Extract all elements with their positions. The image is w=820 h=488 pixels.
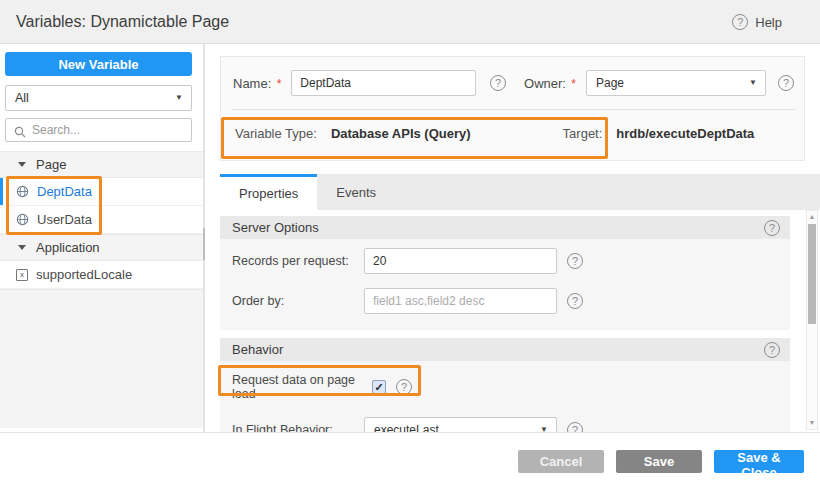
search-icon [14, 124, 26, 142]
globe-icon [16, 185, 29, 198]
dialog-header: Variables: Dynamictable Page Help [0, 0, 820, 44]
order-by-label: Order by: [232, 294, 364, 308]
owner-selected-value: Page [596, 76, 624, 90]
search-input[interactable] [32, 119, 187, 141]
collapse-triangle-icon [18, 245, 26, 250]
cancel-button[interactable]: Cancel [518, 450, 604, 473]
request-on-load-checkbox[interactable] [372, 380, 386, 394]
server-options-section: Server Options Records per request: Orde… [220, 216, 790, 330]
help-circle-icon [732, 14, 748, 30]
variable-type-value: Database APIs (Query) [331, 126, 471, 141]
server-options-body: Records per request: Order by: [220, 239, 790, 330]
name-label: Name: * [233, 76, 281, 91]
tab-bar: Properties Events [220, 174, 820, 210]
scroll-up-arrow-icon[interactable]: ▲ [807, 212, 817, 222]
locale-variable-icon [16, 269, 28, 281]
name-owner-row: Name: * Owner: * Page ▼ [233, 70, 794, 96]
target-group: Target: hrdb/executeDeptData [563, 126, 755, 141]
save-and-close-button[interactable]: Save & Close [714, 450, 804, 473]
search-box [5, 118, 192, 142]
section-help-icon[interactable] [764, 342, 780, 358]
variable-filter-select[interactable]: All ▼ [5, 85, 192, 111]
sidebar-scrollbar-thumb[interactable] [203, 228, 205, 260]
records-per-request-input[interactable] [364, 248, 557, 274]
new-variable-button[interactable]: New Variable [5, 52, 192, 76]
behavior-header: Behavior [220, 338, 790, 361]
owner-label: Owner: * [524, 76, 576, 91]
request-help-icon[interactable] [396, 379, 412, 395]
variable-detail-panel: Name: * Owner: * Page ▼ Variable Type: D… [207, 44, 820, 432]
tree-item-label: supportedLocale [36, 267, 132, 282]
tab-events[interactable]: Events [317, 174, 395, 210]
sidebar-empty-area [0, 289, 203, 428]
behavior-body: Request data on page load In Flight Beha… [220, 361, 790, 432]
name-help-icon[interactable] [490, 75, 506, 91]
chevron-down-icon: ▼ [175, 86, 183, 110]
owner-select[interactable]: Page ▼ [586, 70, 766, 96]
orderby-help-icon[interactable] [567, 293, 583, 309]
records-help-icon[interactable] [567, 253, 583, 269]
variable-summary-card: Name: * Owner: * Page ▼ Variable Type: D… [220, 56, 805, 161]
required-asterisk: * [273, 77, 281, 91]
dialog-footer: Cancel Save Save & Close [0, 432, 820, 488]
order-by-input[interactable] [364, 288, 557, 314]
tree-group-application[interactable]: Application [0, 234, 203, 261]
properties-scrollbar[interactable]: ▲ ▼ [806, 210, 818, 430]
tree-item-userdata[interactable]: UserData [0, 206, 203, 234]
tree-item-supportedlocale[interactable]: supportedLocale [0, 261, 203, 289]
records-per-request-label: Records per request: [232, 254, 364, 268]
tree-group-page[interactable]: Page [0, 151, 203, 178]
server-options-header: Server Options [220, 216, 790, 239]
globe-icon [16, 213, 29, 226]
variable-type-label: Variable Type: [235, 126, 317, 141]
section-help-icon[interactable] [764, 220, 780, 236]
scroll-down-arrow-icon[interactable]: ▼ [807, 418, 817, 428]
footer-buttons: Cancel Save Save & Close [518, 450, 804, 473]
scrollbar-thumb[interactable] [808, 224, 816, 324]
help-label: Help [755, 15, 782, 30]
dialog-body: New Variable All ▼ Page [0, 44, 820, 432]
variables-sidebar: New Variable All ▼ Page [0, 44, 205, 432]
tab-properties[interactable]: Properties [220, 174, 317, 210]
tree-item-label: DeptData [37, 184, 92, 199]
tree-item-label: UserData [37, 212, 92, 227]
required-asterisk: * [568, 77, 576, 91]
help-link[interactable]: Help [732, 0, 782, 44]
target-label: Target: [563, 126, 603, 141]
save-button[interactable]: Save [616, 450, 702, 473]
section-title: Behavior [232, 342, 764, 357]
section-title: Server Options [232, 220, 764, 235]
tree-item-deptdata[interactable]: DeptData [0, 178, 203, 206]
variables-tree: Page DeptData UserData Application [0, 151, 203, 428]
variables-dialog: Variables: Dynamictable Page Help New Va… [0, 0, 820, 488]
type-target-row: Variable Type: Database APIs (Query) Tar… [235, 126, 804, 141]
page-title: Variables: Dynamictable Page [16, 0, 229, 44]
request-on-load-label: Request data on page load [232, 373, 372, 401]
collapse-triangle-icon [18, 162, 26, 167]
name-input[interactable] [291, 70, 476, 96]
card-divider [231, 109, 796, 110]
filter-selected-value: All [15, 91, 29, 105]
chevron-down-icon: ▼ [749, 71, 757, 95]
owner-help-icon[interactable] [778, 75, 794, 91]
target-value: hrdb/executeDeptData [616, 126, 754, 141]
behavior-section: Behavior Request data on page load In Fl… [220, 338, 790, 432]
